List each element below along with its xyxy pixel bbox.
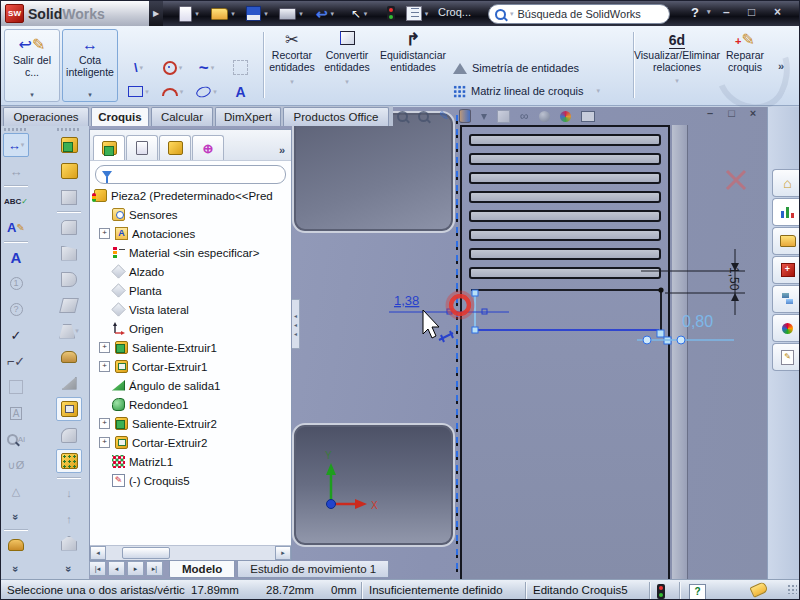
tab-croquis[interactable]: Croquis (91, 107, 149, 126)
flex-button[interactable] (56, 293, 82, 317)
new-document-button[interactable]: ▾ (173, 4, 205, 23)
note-button[interactable]: A (3, 245, 29, 269)
ribbon-expand-button[interactable]: » (778, 56, 784, 76)
scrollbar-thumb[interactable] (122, 547, 170, 559)
spline-tool-button[interactable]: ~▾ (190, 56, 223, 79)
previous-view-icon[interactable]: ✎ (439, 109, 449, 123)
revolved-cut-button[interactable] (56, 423, 82, 447)
status-traffic-light-icon[interactable] (657, 584, 665, 599)
tree-item-top-plane[interactable]: Planta (90, 281, 290, 300)
mirror-entities-button[interactable]: Simetría de entidades (453, 58, 579, 78)
hide-show-items-icon[interactable]: ∞ (520, 109, 529, 123)
tree-item-part[interactable]: Pieza2 (Predeterminado<<Pred (90, 186, 290, 205)
sketch-handle[interactable] (472, 327, 478, 333)
maximize-button[interactable]: □ (748, 5, 755, 19)
tree-item-sketch5[interactable]: ✎(-) Croquis5 (90, 471, 290, 490)
doc-close-button[interactable]: × (750, 107, 756, 119)
wrap-button[interactable] (56, 267, 82, 291)
boxed-a-button[interactable]: A (3, 401, 29, 425)
tree-item-sensors[interactable]: Sensores (90, 205, 290, 224)
print-button[interactable]: ▾ (275, 4, 307, 23)
configuration-manager-tab[interactable] (159, 135, 191, 160)
options-button[interactable]: ▾ (401, 4, 433, 23)
origin-point[interactable] (327, 500, 336, 509)
dome-button[interactable] (56, 345, 82, 369)
tree-filter-input[interactable] (95, 165, 286, 184)
extrude-boss-button[interactable] (56, 133, 82, 157)
property-manager-tab[interactable] (126, 135, 158, 160)
tree-item-boss-extrude2[interactable]: +Saliente-Extruir2 (90, 414, 290, 433)
expand-plus[interactable]: + (99, 228, 110, 239)
dimension-080-text[interactable]: 0,80 (682, 313, 713, 330)
toolbar-grip[interactable] (4, 128, 28, 131)
spell-check-button[interactable]: ABC✓ (3, 189, 29, 213)
tree-item-front-plane[interactable]: Alzado (90, 262, 290, 281)
rectangle-tool-button[interactable]: ▾ (122, 80, 155, 103)
taskpane-view-palette-tab[interactable]: ✎ (772, 343, 800, 371)
cut-extrude-button[interactable] (56, 397, 82, 421)
taskpane-toolbox-tab[interactable]: + (772, 256, 800, 284)
tree-item-fillet1[interactable]: Redondeo1 (90, 395, 290, 414)
model-tab[interactable]: Modelo (169, 561, 235, 578)
revolve-boss-button[interactable] (56, 159, 82, 183)
tab-productos-office[interactable]: Productos Office (283, 107, 389, 126)
doc-restore-button[interactable]: □ (728, 107, 735, 119)
linear-pattern-button[interactable]: Matriz lineal de croquis ▾ (453, 81, 600, 101)
toolbar-more-chevron-2[interactable]: » (3, 557, 29, 581)
smart-dimension-tool-button[interactable]: ↔▾ (3, 133, 29, 157)
tag-icon[interactable] (749, 581, 768, 598)
boundary-button[interactable] (56, 241, 82, 265)
tree-item-cut-extrude1[interactable]: +Cortar-Extruir1 (90, 357, 290, 376)
scroll-right-arrow[interactable]: ▸ (275, 546, 291, 560)
check-sketch-feature-button[interactable]: ⌐✓ (3, 349, 29, 373)
tab-dimxpert[interactable]: DimXpert (215, 107, 281, 126)
dimension-150-text[interactable]: 1,50 (727, 267, 741, 291)
undo-button[interactable]: ↩▾ (309, 4, 341, 23)
taskpane-file-explorer-tab[interactable] (772, 285, 800, 313)
tree-item-right-plane[interactable]: Vista lateral (90, 300, 290, 319)
taskpane-search-tab[interactable] (772, 314, 800, 342)
taskpane-home-tab[interactable]: ⌂ (772, 169, 800, 197)
format-painter-button[interactable]: A✎ (3, 215, 29, 239)
panel-tabs-more-chevron[interactable]: » (279, 144, 288, 160)
open-button[interactable]: ▾ (207, 4, 239, 23)
quick-tips-button[interactable]: ? (689, 584, 706, 600)
appearance-icon[interactable] (539, 111, 550, 122)
doc-minimize-button[interactable]: – (707, 107, 713, 119)
search-dropdown-arrow[interactable]: ▾ (510, 10, 514, 18)
scroll-left-arrow[interactable]: ◂ (90, 546, 106, 560)
rib-button[interactable]: ↓ (56, 481, 82, 505)
sketch-handle[interactable] (657, 330, 664, 337)
design-table-button[interactable] (3, 375, 29, 399)
view-settings-icon[interactable] (581, 111, 595, 122)
draft-button[interactable]: ↑ (56, 507, 82, 531)
color-display-mode-button[interactable] (3, 533, 29, 557)
sketch-handle[interactable] (472, 290, 478, 296)
sketch-check-button[interactable]: ✓ (3, 323, 29, 347)
balloon-button[interactable]: 1 (3, 271, 29, 295)
tree-item-cut-extrude2[interactable]: +Cortar-Extruir2 (90, 433, 290, 452)
tree-item-draft1[interactable]: Ángulo de salida1 (90, 376, 290, 395)
tab-calcular[interactable]: Calcular (151, 107, 213, 126)
feature-manager-tab[interactable] (93, 135, 125, 160)
display-style-icon[interactable] (497, 110, 510, 123)
save-button[interactable]: ▾ (241, 4, 273, 23)
repair-sketch-button[interactable]: +✎ Reparar croquis (719, 30, 771, 74)
features-toolbar-grip[interactable] (57, 128, 81, 131)
tree-horizontal-scrollbar[interactable]: ◂ ▸ (90, 545, 291, 560)
pattern-feature-button[interactable] (56, 449, 82, 473)
features-more-chevron[interactable]: » (56, 557, 82, 581)
tree-item-annotations[interactable]: +AAnotaciones (90, 224, 290, 243)
tree-item-origin[interactable]: Origen (90, 319, 290, 338)
next-tab-button[interactable]: ▸ (127, 561, 144, 576)
taskpane-resources-tab[interactable] (772, 198, 800, 226)
auto-dimension-button[interactable]: ↔ (3, 159, 29, 183)
expand-plus[interactable]: + (99, 342, 110, 353)
exit-sketch-button[interactable]: ↩✎ Salir del c... ▾ (4, 29, 60, 102)
dimension-arrow-handle[interactable] (677, 336, 685, 344)
fillet-feature-button[interactable] (56, 371, 82, 395)
expand-plus[interactable]: + (99, 418, 110, 429)
line-tool-button[interactable]: \▾ (122, 56, 155, 79)
zoom-fit-icon[interactable] (397, 111, 408, 122)
offset-entities-button[interactable]: ↱ Equidistanciar entidades (377, 30, 449, 74)
